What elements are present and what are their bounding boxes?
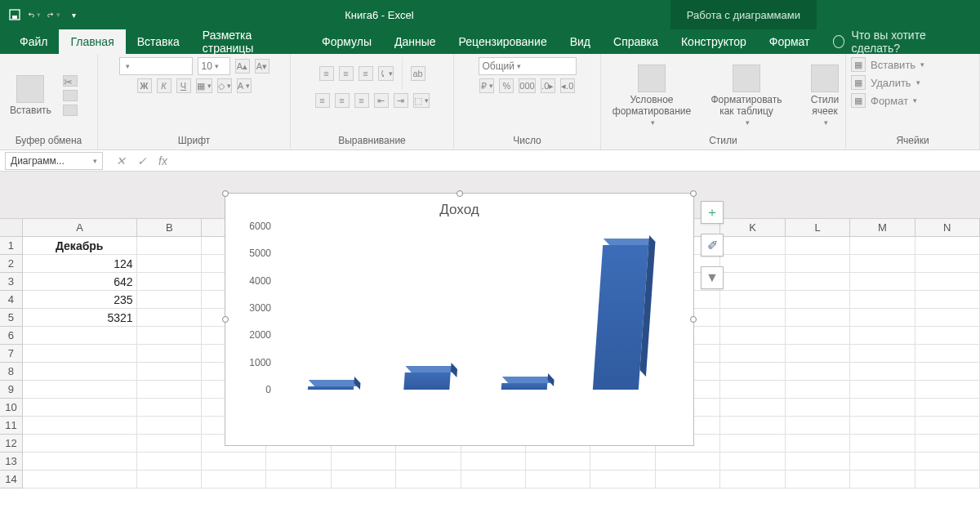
cell[interactable] [23, 453, 137, 471]
format-painter-icon[interactable] [63, 105, 78, 116]
row-header[interactable]: 1 [0, 237, 23, 255]
cell[interactable] [137, 471, 202, 488]
chart-title[interactable]: Доход [225, 194, 693, 221]
align-top-icon[interactable]: ≡ [319, 66, 334, 81]
cell[interactable] [915, 453, 980, 471]
cell[interactable] [915, 273, 980, 291]
cell[interactable] [332, 471, 396, 488]
cell[interactable] [786, 417, 850, 435]
cell[interactable] [786, 381, 850, 399]
cell[interactable] [526, 471, 590, 488]
resize-handle[interactable] [690, 190, 697, 197]
increase-decimal-icon[interactable]: .0▸ [541, 78, 555, 93]
delete-cells-button[interactable]: ▦Удалить▾ [851, 75, 920, 90]
cell[interactable] [137, 399, 202, 417]
cell[interactable] [786, 345, 850, 363]
cell[interactable] [786, 435, 850, 453]
align-bottom-icon[interactable]: ≡ [359, 66, 373, 81]
cell[interactable] [137, 309, 202, 327]
cell[interactable] [850, 453, 915, 471]
cell[interactable] [915, 309, 980, 327]
column-header[interactable]: M [850, 219, 915, 236]
cell[interactable] [850, 471, 915, 488]
cell[interactable] [786, 399, 850, 417]
cell[interactable] [850, 255, 915, 273]
cell[interactable] [850, 291, 915, 309]
cancel-formula-icon[interactable]: ✕ [116, 154, 126, 167]
cell[interactable]: 5321 [23, 309, 137, 327]
comma-format-icon[interactable]: 000 [519, 78, 535, 93]
cell[interactable] [396, 453, 461, 471]
cell[interactable] [850, 345, 915, 363]
italic-button[interactable]: К [157, 78, 172, 93]
cell[interactable] [202, 471, 266, 488]
cell[interactable]: 124 [23, 255, 137, 273]
percent-format-icon[interactable]: % [499, 78, 514, 93]
number-format-combo[interactable]: Общий [479, 57, 577, 75]
grid[interactable]: ABCDEFGHIJKLMN 1Декабрь21243642423555321… [0, 172, 980, 513]
cell[interactable] [850, 327, 915, 345]
cell[interactable] [915, 381, 980, 399]
cell[interactable] [137, 381, 202, 399]
cell[interactable]: 235 [23, 291, 137, 309]
row-header[interactable]: 10 [0, 399, 23, 417]
redo-icon[interactable] [47, 8, 60, 21]
align-left-icon[interactable]: ≡ [315, 93, 330, 108]
cell[interactable] [850, 237, 915, 255]
cell[interactable] [786, 453, 850, 471]
row-header[interactable]: 14 [0, 471, 23, 488]
cell[interactable] [915, 327, 980, 345]
tab-формат[interactable]: Формат [758, 29, 822, 54]
chart-filters-button[interactable]: ▼ [701, 266, 724, 289]
align-right-icon[interactable]: ≡ [354, 93, 369, 108]
wrap-text-icon[interactable]: ab [411, 66, 425, 81]
cell[interactable] [720, 237, 785, 255]
resize-handle[interactable] [457, 190, 463, 197]
cell[interactable] [23, 471, 137, 488]
contextual-tab-charttools[interactable]: Работа с диаграммами [670, 0, 817, 29]
cell[interactable] [137, 345, 202, 363]
enter-formula-icon[interactable]: ✓ [137, 154, 147, 167]
cell[interactable] [720, 381, 785, 399]
cell[interactable] [720, 273, 785, 291]
cell[interactable] [23, 345, 137, 363]
cell[interactable] [915, 399, 980, 417]
align-middle-icon[interactable]: ≡ [339, 66, 354, 81]
row-header[interactable]: 8 [0, 363, 23, 381]
resize-handle[interactable] [690, 316, 697, 323]
cell[interactable] [23, 435, 137, 453]
cell[interactable] [786, 291, 850, 309]
resize-handle[interactable] [222, 190, 229, 197]
cell[interactable] [137, 363, 202, 381]
borders-button[interactable]: ▦ [196, 78, 212, 93]
fx-icon[interactable]: fx [158, 154, 167, 167]
copy-icon[interactable] [63, 90, 78, 101]
cell[interactable] [396, 471, 461, 488]
column-header[interactable]: A [23, 219, 137, 236]
chart-bar[interactable] [501, 383, 547, 390]
cell[interactable] [137, 417, 202, 435]
cell[interactable] [137, 453, 202, 471]
cell[interactable]: Декабрь [23, 237, 137, 255]
cell[interactable] [850, 309, 915, 327]
cell[interactable] [137, 255, 202, 273]
increase-indent-icon[interactable]: ⇥ [394, 93, 408, 108]
fill-color-button[interactable]: ◇ [217, 78, 232, 93]
row-header[interactable]: 2 [0, 255, 23, 273]
cell[interactable] [23, 381, 137, 399]
cell[interactable] [23, 399, 137, 417]
insert-cells-button[interactable]: ▦Вставить▾ [851, 57, 924, 72]
cell[interactable] [137, 435, 202, 453]
cell[interactable] [915, 345, 980, 363]
tab-файл[interactable]: Файл [8, 29, 59, 54]
cell[interactable] [23, 363, 137, 381]
cell[interactable] [720, 363, 785, 381]
cell[interactable] [720, 399, 785, 417]
cell[interactable] [786, 327, 850, 345]
cell[interactable] [720, 309, 785, 327]
cell[interactable] [786, 309, 850, 327]
tab-вставка[interactable]: Вставка [126, 29, 191, 54]
font-color-button[interactable]: A [237, 78, 252, 93]
tellme-text[interactable]: Что вы хотите сделать? [851, 29, 969, 55]
row-header[interactable]: 9 [0, 381, 23, 399]
